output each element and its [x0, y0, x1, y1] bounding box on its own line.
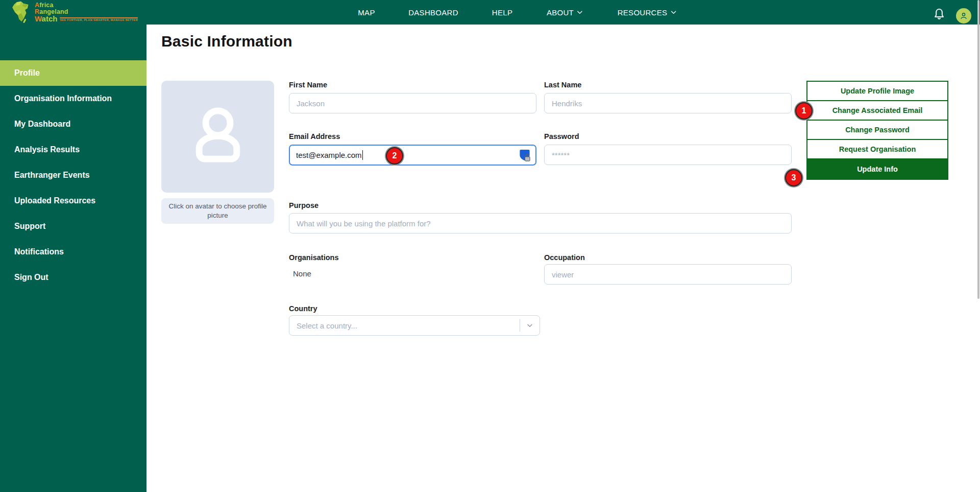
password-manager-shield-icon[interactable]	[519, 149, 531, 162]
sidebar-item-support-label: Support	[14, 222, 45, 231]
vertical-scrollbar[interactable]	[977, 0, 979, 299]
brand-tagline: SEE FURTHER, PLAN SMARTER, MANAGE BETTER	[60, 17, 138, 22]
annotation-badge-2: 2	[386, 147, 403, 165]
email-value: test@example.com	[296, 151, 362, 159]
organisations-value: None	[293, 269, 311, 278]
password-input[interactable]	[544, 145, 792, 165]
sidebar-item-support[interactable]: Support	[0, 214, 146, 239]
sidebar-item-my-dashboard[interactable]: My Dashboard	[0, 111, 146, 137]
sidebar-item-analysis-results[interactable]: Analysis Results	[0, 137, 146, 162]
change-associated-email-button[interactable]: Change Associated Email	[806, 100, 948, 121]
sidebar-item-earthranger-events[interactable]: Earthranger Events	[0, 162, 146, 188]
profile-avatar-placeholder[interactable]	[161, 81, 274, 193]
profile-page: Africa Rangeland Watch SEE FURTHER, PLAN…	[0, 0, 980, 492]
email-input[interactable]: test@example.com	[289, 145, 536, 166]
user-avatar-button[interactable]	[956, 8, 971, 24]
notifications-bell-icon[interactable]	[932, 7, 946, 21]
nav-item-dashboard[interactable]: DASHBOARD	[408, 0, 458, 25]
occupation-input[interactable]	[544, 264, 792, 285]
annotation-badge-3: 3	[785, 169, 802, 186]
sidebar-item-notifications-label: Notifications	[14, 247, 64, 256]
chevron-down-icon	[670, 9, 677, 16]
nav-item-about[interactable]: ABOUT	[547, 0, 583, 25]
first-name-label: First Name	[289, 81, 327, 89]
sidebar-item-profile-label: Profile	[14, 68, 40, 78]
sidebar-item-uploaded-resources[interactable]: Uploaded Resources	[0, 188, 146, 214]
nav-item-help[interactable]: HELP	[492, 0, 512, 25]
brand-wordmark: Africa Rangeland Watch SEE FURTHER, PLAN…	[35, 2, 138, 22]
occupation-label: Occupation	[544, 253, 585, 262]
africa-map-icon	[7, 1, 33, 24]
top-navbar: Africa Rangeland Watch SEE FURTHER, PLAN…	[0, 0, 980, 25]
nav-item-dashboard-label: DASHBOARD	[408, 8, 458, 17]
password-label: Password	[544, 132, 579, 140]
brand-line3-rest: atch	[42, 14, 58, 23]
nav-item-map[interactable]: MAP	[358, 0, 375, 25]
change-password-button[interactable]: Change Password	[806, 120, 948, 140]
sidebar-item-my-dashboard-label: My Dashboard	[14, 120, 70, 129]
country-label: Country	[289, 304, 317, 313]
brand-line3-cap: W	[35, 14, 42, 23]
nav-item-about-label: ABOUT	[547, 8, 574, 17]
purpose-label: Purpose	[289, 201, 318, 209]
person-icon	[177, 96, 259, 178]
purpose-input[interactable]	[289, 213, 792, 233]
sidebar-item-earthranger-events-label: Earthranger Events	[14, 171, 90, 180]
sidebar-item-organisation-information-label: Organisation Information	[14, 94, 112, 103]
update-profile-image-button[interactable]: Update Profile Image	[806, 81, 948, 101]
avatar-caption: Click on avatar to choose profile pictur…	[161, 198, 274, 224]
sidebar-item-analysis-results-label: Analysis Results	[14, 145, 80, 154]
page-title: Basic Information	[161, 33, 292, 50]
sidebar-item-organisation-information[interactable]: Organisation Information	[0, 86, 146, 111]
annotation-badge-1: 1	[795, 102, 813, 120]
profile-actions: Update Profile Image Change Associated E…	[806, 81, 948, 180]
update-info-button[interactable]: Update Info	[806, 158, 948, 180]
country-placeholder: Select a country...	[297, 321, 520, 330]
nav-item-resources[interactable]: RESOURCES	[618, 0, 677, 25]
organisations-label: Organisations	[289, 253, 339, 262]
sidebar-item-profile[interactable]: Profile	[0, 60, 146, 86]
sidebar-item-uploaded-resources-label: Uploaded Resources	[14, 196, 95, 205]
last-name-label: Last Name	[544, 81, 581, 89]
last-name-input[interactable]	[544, 93, 792, 113]
sidebar-item-sign-out[interactable]: Sign Out	[0, 265, 146, 290]
sidebar-item-notifications[interactable]: Notifications	[0, 239, 146, 265]
request-organisation-button[interactable]: Request Organisation	[806, 139, 948, 159]
nav-item-map-label: MAP	[358, 8, 375, 17]
country-select[interactable]: Select a country...	[289, 315, 540, 336]
text-caret	[362, 150, 363, 160]
first-name-input[interactable]	[289, 93, 536, 113]
chevron-down-icon	[526, 321, 534, 330]
email-label: Email Address	[289, 132, 340, 140]
brand-logo[interactable]: Africa Rangeland Watch SEE FURTHER, PLAN…	[7, 1, 138, 24]
sidebar-item-sign-out-label: Sign Out	[14, 273, 48, 282]
nav-item-resources-label: RESOURCES	[618, 8, 668, 17]
sidebar: Profile Organisation Information My Dash…	[0, 25, 146, 492]
nav-item-help-label: HELP	[492, 8, 512, 17]
chevron-down-icon	[576, 9, 583, 16]
user-icon	[959, 11, 968, 20]
